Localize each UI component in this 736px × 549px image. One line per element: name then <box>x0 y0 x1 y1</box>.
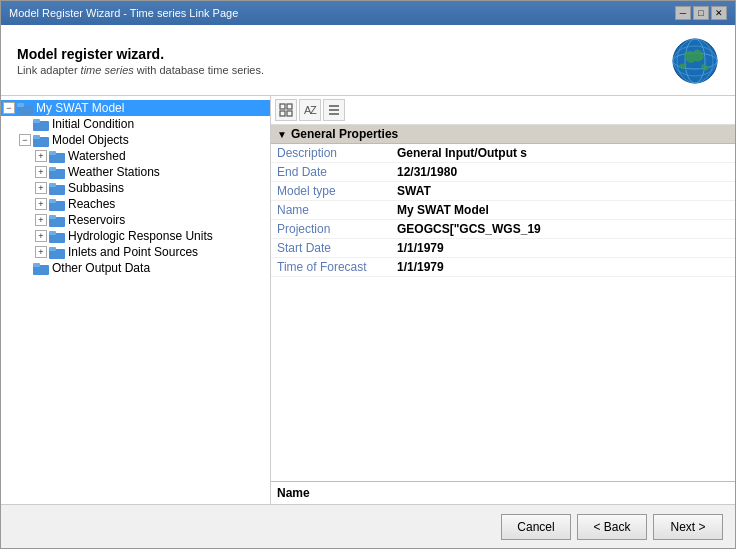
folder-icon-inlets <box>49 246 65 259</box>
svg-rect-29 <box>280 111 285 116</box>
header-text: Model register wizard. Link adapter time… <box>17 46 264 76</box>
tree-item-reaches[interactable]: + Reaches <box>1 196 270 212</box>
expand-hru[interactable]: + <box>35 230 47 242</box>
folder-icon-reservoirs <box>49 214 65 227</box>
tree-item-root[interactable]: − My SWAT Model <box>1 100 270 116</box>
subtitle-italic: time series <box>81 64 134 76</box>
title-bar-controls: ─ □ ✕ <box>675 6 727 20</box>
svg-rect-20 <box>49 215 56 219</box>
prop-val-name: My SWAT Model <box>391 201 735 220</box>
props-toolbar-list-btn[interactable] <box>323 99 345 121</box>
folder-icon-other-output <box>33 262 49 275</box>
back-button[interactable]: < Back <box>577 514 647 540</box>
globe-icon <box>671 37 719 85</box>
prop-val-forecast: 1/1/1979 <box>391 258 735 277</box>
table-row: Description General Input/Output s <box>271 144 735 163</box>
expand-model-objects[interactable]: − <box>19 134 31 146</box>
props-toolbar-sort-btn[interactable]: A Z <box>299 99 321 121</box>
prop-key-projection: Projection <box>271 220 391 239</box>
svg-rect-16 <box>49 183 56 187</box>
page-title: Model register wizard. <box>17 46 264 62</box>
folder-icon-model-objects <box>33 134 49 147</box>
expand-weather-stations[interactable]: + <box>35 166 47 178</box>
svg-rect-12 <box>49 151 56 155</box>
folder-icon-weather-stations <box>49 166 65 179</box>
properties-panel: A Z ▼ General Properties <box>271 96 735 504</box>
table-row: Model type SWAT <box>271 182 735 201</box>
tree-item-weather-stations[interactable]: + Weather Stations <box>1 164 270 180</box>
svg-rect-10 <box>33 135 40 139</box>
tree-item-inlets[interactable]: + Inlets and Point Sources <box>1 244 270 260</box>
svg-text:Z: Z <box>310 104 317 116</box>
expand-inlets[interactable]: + <box>35 246 47 258</box>
table-row: End Date 12/31/1980 <box>271 163 735 182</box>
svg-rect-18 <box>49 199 56 203</box>
expand-reaches[interactable]: + <box>35 198 47 210</box>
folder-icon-root <box>17 102 33 115</box>
props-toolbar-grid-btn[interactable] <box>275 99 297 121</box>
main-window: Model Register Wizard - Time series Link… <box>0 0 736 549</box>
svg-rect-8 <box>33 119 40 123</box>
table-row: Name My SWAT Model <box>271 201 735 220</box>
folder-icon-watershed <box>49 150 65 163</box>
minimize-button[interactable]: ─ <box>675 6 691 20</box>
bottom-bar: Cancel < Back Next > <box>1 504 735 548</box>
header: Model register wizard. Link adapter time… <box>1 25 735 96</box>
svg-rect-27 <box>280 104 285 109</box>
tree-item-subbasins[interactable]: + Subbasins <box>1 180 270 196</box>
folder-icon-initial <box>33 118 49 131</box>
prop-val-projection: GEOGCS["GCS_WGS_19 <box>391 220 735 239</box>
props-toolbar: A Z <box>271 96 735 125</box>
main-content: − My SWAT Model Initial Condition − <box>1 96 735 504</box>
prop-val-model-type: SWAT <box>391 182 735 201</box>
folder-icon-hru <box>49 230 65 243</box>
maximize-button[interactable]: □ <box>693 6 709 20</box>
tree-label-subbasins: Subbasins <box>68 181 124 195</box>
expand-reservoirs[interactable]: + <box>35 214 47 226</box>
table-row: Start Date 1/1/1979 <box>271 239 735 258</box>
tree-item-reservoirs[interactable]: + Reservoirs <box>1 212 270 228</box>
prop-key-model-type: Model type <box>271 182 391 201</box>
tree-label-reservoirs: Reservoirs <box>68 213 125 227</box>
prop-key-description: Description <box>271 144 391 163</box>
tree-item-other-output[interactable]: Other Output Data <box>1 260 270 276</box>
prop-val-end-date: 12/31/1980 <box>391 163 735 182</box>
tree-item-initial-condition[interactable]: Initial Condition <box>1 116 270 132</box>
props-name-label: Name <box>277 486 310 500</box>
tree-panel[interactable]: − My SWAT Model Initial Condition − <box>1 96 271 504</box>
svg-rect-14 <box>49 167 56 171</box>
page-subtitle: Link adapter time series with database t… <box>17 64 264 76</box>
props-table: Description General Input/Output s End D… <box>271 144 735 277</box>
expand-subbasins[interactable]: + <box>35 182 47 194</box>
prop-key-start-date: Start Date <box>271 239 391 258</box>
prop-val-description: General Input/Output s <box>391 144 735 163</box>
prop-key-name: Name <box>271 201 391 220</box>
next-button[interactable]: Next > <box>653 514 723 540</box>
svg-rect-26 <box>33 263 40 267</box>
table-row: Projection GEOGCS["GCS_WGS_19 <box>271 220 735 239</box>
tree-label-inlets: Inlets and Point Sources <box>68 245 198 259</box>
tree-label-other-output: Other Output Data <box>52 261 150 275</box>
svg-rect-22 <box>49 231 56 235</box>
tree-label-model-objects: Model Objects <box>52 133 129 147</box>
prop-key-end-date: End Date <box>271 163 391 182</box>
tree-item-model-objects[interactable]: − Model Objects <box>1 132 270 148</box>
props-section-title: General Properties <box>291 127 398 141</box>
props-section-collapse[interactable]: ▼ <box>277 129 287 140</box>
folder-icon-subbasins <box>49 182 65 195</box>
title-bar-text: Model Register Wizard - Time series Link… <box>9 7 238 19</box>
tree-item-hru[interactable]: + Hydrologic Response Units <box>1 228 270 244</box>
close-button[interactable]: ✕ <box>711 6 727 20</box>
tree-item-watershed[interactable]: + Watershed <box>1 148 270 164</box>
tree-label-reaches: Reaches <box>68 197 115 211</box>
svg-rect-24 <box>49 247 56 251</box>
props-content: ▼ General Properties Description General… <box>271 125 735 481</box>
cancel-button[interactable]: Cancel <box>501 514 571 540</box>
expand-watershed[interactable]: + <box>35 150 47 162</box>
folder-icon-reaches <box>49 198 65 211</box>
tree-label-hru: Hydrologic Response Units <box>68 229 213 243</box>
prop-key-forecast: Time of Forecast <box>271 258 391 277</box>
svg-rect-6 <box>17 103 24 107</box>
expand-root[interactable]: − <box>3 102 15 114</box>
tree-label-initial-condition: Initial Condition <box>52 117 134 131</box>
